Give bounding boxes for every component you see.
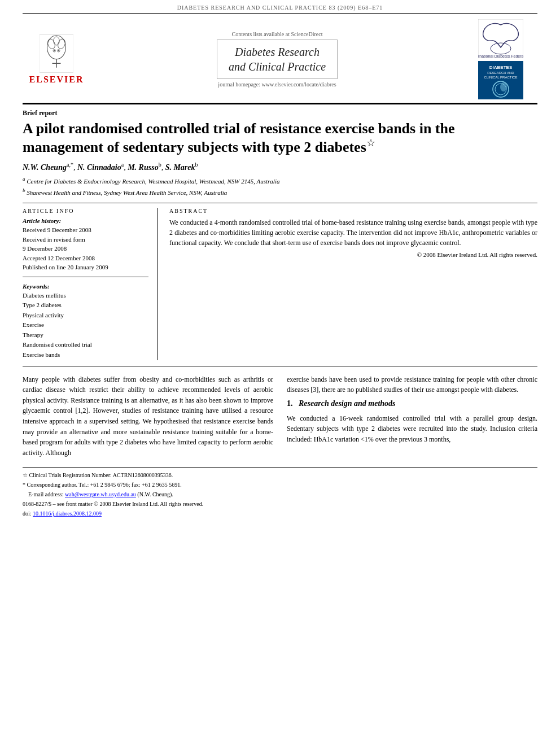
idf-logo-icon: International Diabetes Federation (478, 19, 523, 58)
keyword-2: Type 2 diabetes (23, 300, 148, 311)
svg-text:International Diabetes Federat: International Diabetes Federation (478, 54, 523, 58)
author-4-name: S. Marek (165, 163, 195, 172)
elsevier-tree-icon (40, 34, 73, 73)
article-info-section: ARTICLE INFO Article history: Received 9… (23, 203, 537, 360)
keyword-3: Physical activity (23, 311, 148, 321)
keyword-1: Diabetes mellitus (23, 291, 148, 301)
affiliation-1: a Centre for Diabetes & Endocrinology Re… (23, 176, 537, 186)
body-section: Many people with diabetes suffer from ob… (23, 374, 537, 458)
email-link[interactable]: wah@westgate.wh.usyd.edu.au (65, 491, 136, 497)
elsevier-logo: ELSEVIER (23, 34, 90, 85)
history-item-4: Accepted 12 December 2008 (23, 254, 148, 263)
article-content: Brief report A pilot randomised controll… (0, 109, 560, 518)
corresponding-footnote: * Corresponding author. Tel.: +61 2 9845… (23, 480, 537, 489)
journal-homepage: journal homepage: www.elsevier.com/locat… (102, 81, 453, 88)
elsevier-wordmark: ELSEVIER (29, 75, 84, 85)
history-item-2: Received in revised form (23, 235, 148, 244)
email-label: E-mail address: (28, 491, 63, 497)
history-item-5: Published on line 20 January 2009 (23, 263, 148, 272)
body-right-col: exercise bands have been used to provide… (287, 374, 537, 458)
body-divider (23, 366, 537, 366)
article-title: A pilot randomised controlled trial of r… (23, 120, 537, 156)
article-info-left: ARTICLE INFO Article history: Received 9… (23, 208, 158, 360)
keyword-4: Exercise (23, 320, 148, 330)
svg-point-20 (500, 82, 507, 91)
journal-title-box: Diabetes Research and Clinical Practice (217, 40, 338, 79)
article-star: ☆ (366, 137, 375, 148)
header-divider (23, 103, 537, 104)
article-history-label: Article history: (23, 217, 148, 224)
author-4-sup: b (195, 161, 198, 168)
affil-1-text: Centre for Diabetes & Endocrinology Rese… (27, 177, 279, 184)
email-footnote: E-mail address: wah@westgate.wh.usyd.edu… (23, 490, 537, 499)
author-2-sup: a (121, 161, 124, 168)
right-logos: International Diabetes Federation DIABET… (464, 19, 537, 99)
star-footnote: ☆ Clinical Trials Registration Number: A… (23, 471, 537, 479)
journal-center-block: Contents lists available at ScienceDirec… (90, 31, 464, 88)
keywords-divider (23, 277, 148, 277)
section1-text: We conducted a 16-week randomised contro… (287, 413, 537, 445)
svg-point-10 (58, 50, 59, 51)
body-right-intro: exercise bands have been used to provide… (287, 374, 537, 395)
corresponding-label: * Corresponding author. (23, 482, 77, 488)
article-type-label: Brief report (23, 109, 537, 117)
svg-point-9 (54, 50, 55, 51)
copyright-line: © 2008 Elsevier Ireland Ltd. All rights … (169, 251, 537, 258)
journal-title-line1: Diabetes Research (229, 45, 326, 59)
history-item-1: Received 9 December 2008 (23, 225, 148, 235)
section1-title: Research design and methods (299, 399, 396, 408)
journal-top-bar: DIABETES RESEARCH AND CLINICAL PRACTICE … (23, 5, 537, 14)
doi-link[interactable]: 10.1016/j.diabres.2008.12.009 (33, 510, 102, 517)
author-1-name: N.W. Cheung (23, 163, 67, 172)
keyword-7: Exercise bands (23, 350, 148, 360)
keyword-5: Therapy (23, 330, 148, 340)
footnotes-area: ☆ Clinical Trials Registration Number: A… (23, 467, 537, 518)
header-logos: ELSEVIER Contents lists available at Sci… (23, 17, 537, 103)
diabetes-journal-badge-icon: DIABETES RESEARCH AND CLINICAL PRACTICE (478, 61, 523, 99)
authors-line: N.W. Cheunga,*, N. Cinnadaioa, M. Russob… (23, 161, 537, 172)
svg-text:RESEARCH AND: RESEARCH AND (487, 71, 514, 75)
section1-heading: 1. Research design and methods (287, 397, 537, 410)
svg-text:CLINICAL PRACTICE: CLINICAL PRACTICE (484, 76, 518, 79)
issn-line: 0168-8227/$ – see front matter © 2008 El… (23, 500, 537, 508)
corresponding-text: Tel.: +61 2 9845 6796; fax: +61 2 9635 5… (78, 482, 182, 488)
section1-number: 1. (287, 399, 293, 408)
journal-header: DIABETES RESEARCH AND CLINICAL PRACTICE … (0, 0, 560, 103)
history-item-3: 9 December 2008 (23, 244, 148, 254)
abstract-text: We conducted a 4-month randomised contro… (169, 217, 537, 248)
affil-sup-b: b (23, 187, 25, 193)
affiliations: a Centre for Diabetes & Endocrinology Re… (23, 176, 537, 197)
body-left-para: Many people with diabetes suffer from ob… (23, 374, 273, 458)
article-info-right: ABSTRACT We conducted a 4-month randomis… (158, 208, 537, 360)
journal-title-line2: and Clinical Practice (229, 59, 326, 74)
affiliation-2: b Sharewest Health and Fitness, Sydney W… (23, 187, 537, 197)
author-1-sup: a,* (67, 161, 73, 168)
sciencedirect-text: Contents lists available at ScienceDirec… (102, 31, 453, 37)
affil-sup-a: a (23, 176, 25, 182)
author-3-name: M. Russo (128, 163, 158, 172)
body-left-col: Many people with diabetes suffer from ob… (23, 374, 273, 458)
keywords-label: Keywords: (23, 283, 148, 290)
article-info-heading: ARTICLE INFO (23, 208, 148, 214)
doi-line: doi: 10.1016/j.diabres.2008.12.009 (23, 509, 537, 518)
affil-2-text: Sharewest Health and Fitness, Sydney Wes… (27, 189, 227, 196)
article-title-text: A pilot randomised controlled trial of r… (23, 120, 455, 155)
svg-text:DIABETES: DIABETES (489, 65, 513, 70)
abstract-heading: ABSTRACT (169, 208, 537, 214)
email-suffix: (N.W. Cheung). (137, 491, 173, 497)
author-2-name: N. Cinnadaio (77, 163, 121, 172)
keyword-6: Randomised controlled trial (23, 340, 148, 350)
doi-label: doi: (23, 510, 32, 517)
author-3-sup: b (159, 161, 161, 168)
